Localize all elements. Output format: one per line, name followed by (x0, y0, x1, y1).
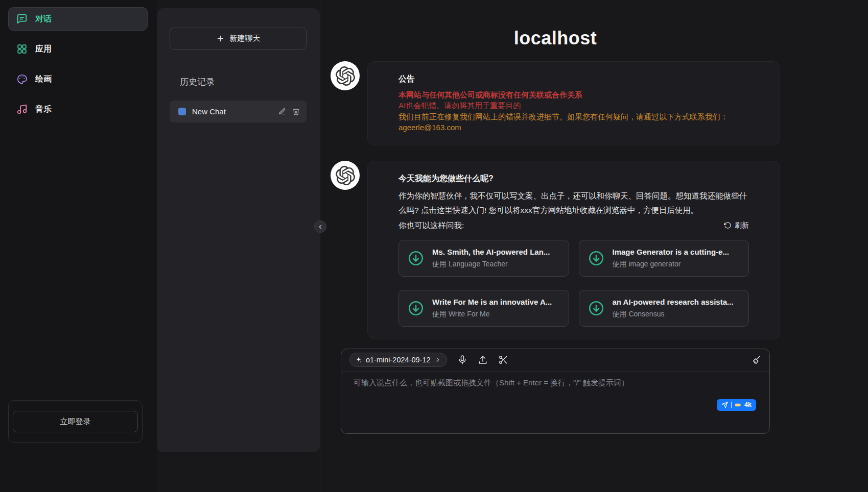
suggestion-subtitle: 使用 Consensus (613, 310, 734, 319)
sidebar-item-label: 音乐 (35, 104, 52, 115)
refresh-label: 刷新 (735, 221, 749, 230)
send-token-badge[interactable]: 4k (717, 399, 756, 411)
message-input[interactable] (354, 378, 758, 410)
broom-icon[interactable] (751, 355, 761, 365)
contact-email-link[interactable]: ageerle@163.com (398, 122, 461, 133)
message-welcome: 今天我能为您做些什么呢? 作为你的智慧伙伴，我不仅可以写文案、出点子，还可以和你… (331, 161, 780, 339)
suggestion-title: Ms. Smith, the AI-powered Lan... (432, 248, 550, 256)
music-icon (16, 104, 28, 115)
announcement-line: 我们目前正在修复我们网站上的错误并改进细节。如果您有任何疑问，请通过以下方式联系… (398, 111, 749, 122)
suggestion-subtitle: 使用 Write For Me (432, 310, 552, 319)
model-selector[interactable]: o1-mini-2024-09-12 (349, 353, 447, 367)
message-bubble: 今天我能为您做些什么呢? 作为你的智慧伙伴，我不仅可以写文案、出点子，还可以和你… (367, 161, 780, 339)
new-chat-button[interactable]: 新建聊天 (170, 28, 307, 50)
sidebar-item-label: 应用 (35, 44, 52, 55)
bot-avatar (331, 61, 360, 90)
arrow-down-circle-icon (588, 300, 605, 317)
chevron-right-icon (434, 356, 441, 363)
page-title: localhost (331, 28, 780, 49)
palette-icon (16, 73, 28, 85)
chat-list-panel: 新建聊天 历史记录 New Chat (157, 8, 320, 452)
message-announcement: 公告 本网站与任何其他公司或商标没有任何关联或合作关系 AI也会犯错。请勿将其用… (331, 61, 780, 145)
bot-avatar (331, 161, 360, 190)
arrow-down-circle-icon (407, 300, 425, 317)
badge-divider (731, 402, 732, 408)
history-title: 历史记录 (180, 76, 307, 88)
message-bubble: 公告 本网站与任何其他公司或商标没有任何关联或合作关系 AI也会犯错。请勿将其用… (367, 61, 780, 145)
upload-icon[interactable] (478, 355, 488, 365)
model-label: o1-mini-2024-09-12 (366, 356, 431, 364)
chat-avatar-icon (178, 108, 186, 115)
collapse-sidebar-button[interactable] (314, 220, 326, 233)
history-item[interactable]: New Chat (170, 101, 307, 122)
chevron-left-icon (317, 224, 324, 230)
history-item-title: New Chat (192, 107, 272, 116)
sidebar-item-music[interactable]: 音乐 (8, 97, 148, 121)
suggestion-grid: Ms. Smith, the AI-powered Lan... 使用 Lang… (398, 240, 749, 327)
apps-icon (16, 43, 28, 55)
sidebar-item-apps[interactable]: 应用 (8, 37, 148, 61)
sparkle-icon (355, 356, 362, 363)
battery-icon (735, 402, 741, 408)
edit-icon[interactable] (278, 108, 286, 115)
suggestion-card[interactable]: Image Generator is a cutting-e... 使用 ima… (579, 240, 749, 277)
announcement-heading: 公告 (398, 74, 749, 85)
openai-logo-icon (336, 66, 355, 86)
arrow-down-circle-icon (407, 250, 425, 267)
composer-toolbar: o1-mini-2024-09-12 (341, 349, 769, 372)
composer: o1-mini-2024-09-12 (341, 349, 770, 434)
openai-logo-icon (336, 166, 355, 185)
chat-icon (16, 13, 28, 24)
welcome-body: 作为你的智慧伙伴，我不仅可以写文案、出点子，还可以和你聊天、回答问题。想知道我还… (398, 189, 749, 217)
new-chat-label: 新建聊天 (230, 34, 261, 43)
login-panel: 立即登录 (8, 400, 143, 443)
scissors-icon[interactable] (498, 355, 508, 365)
sidebar-item-label: 绘画 (35, 74, 52, 85)
suggestion-card[interactable]: Write For Me is an innovative A... 使用 Wr… (398, 290, 569, 327)
announcement-line: 本网站与任何其他公司或商标没有任何关联或合作关系 (398, 89, 749, 100)
arrow-down-circle-icon (588, 250, 605, 267)
send-icon (721, 402, 728, 408)
microphone-icon[interactable] (457, 355, 467, 365)
refresh-suggestions-button[interactable]: 刷新 (724, 221, 749, 230)
suggestion-title: an AI-powered research assista... (613, 298, 734, 306)
sidebar-item-label: 对话 (35, 14, 52, 24)
suggestion-title: Write For Me is an innovative A... (432, 298, 552, 306)
announcement-line: AI也会犯错。请勿将其用于重要目的 (398, 100, 749, 111)
login-button[interactable]: 立即登录 (13, 411, 138, 432)
sidebar-item-drawing[interactable]: 绘画 (8, 67, 148, 91)
chat-main: localhost 公告 本网站与任何其他公司或商标没有任何关联或合作关系 AI… (320, 0, 868, 492)
suggestion-subtitle: 使用 image generator (613, 260, 729, 269)
token-label: 4k (744, 401, 752, 408)
suggestion-subtitle: 使用 Language Teacher (432, 260, 550, 269)
ask-hint-label: 你也可以这样问我: (398, 218, 464, 233)
refresh-icon (724, 222, 732, 229)
sidebar-item-chat[interactable]: 对话 (8, 7, 148, 31)
suggestion-card[interactable]: Ms. Smith, the AI-powered Lan... 使用 Lang… (398, 240, 569, 277)
chat-list-column: 新建聊天 历史记录 New Chat (157, 0, 320, 492)
app-sidebar: 对话 应用 绘画 音乐 立即登录 (0, 0, 157, 492)
welcome-heading: 今天我能为您做些什么呢? (398, 174, 749, 184)
plus-icon (216, 34, 225, 43)
suggestion-card[interactable]: an AI-powered research assista... 使用 Con… (579, 290, 749, 327)
suggestion-title: Image Generator is a cutting-e... (613, 248, 729, 256)
delete-icon[interactable] (292, 108, 300, 115)
